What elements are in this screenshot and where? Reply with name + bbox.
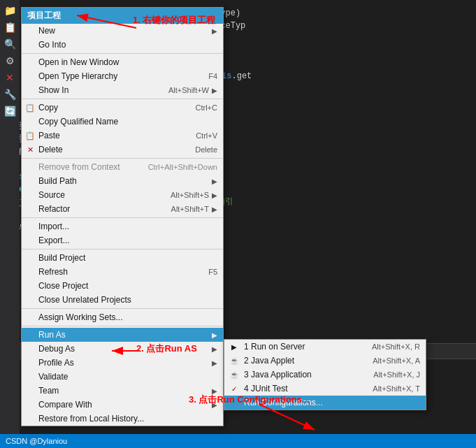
sidebar-icon-close[interactable]: ✕: [2, 70, 17, 85]
menu-item-assign-sets[interactable]: Assign Working Sets...: [22, 310, 223, 324]
submenu-arrow-icon: ▶: [212, 401, 217, 409]
menu-item-label: Go Into: [38, 40, 66, 50]
context-menu-header: 项目工程: [22, 8, 223, 24]
menu-item-profile-as[interactable]: Profile As ▶: [22, 356, 223, 370]
menu-item-refresh[interactable]: Refresh F5: [22, 265, 223, 279]
paste-icon: 📋: [24, 130, 36, 141]
submenu-arrow-icon: ▶: [212, 87, 217, 94]
menu-item-copy[interactable]: 📋 Copy Ctrl+C: [22, 101, 223, 115]
submenu-arrow-icon: ▶: [212, 205, 217, 213]
shortcut-label: Delete: [195, 145, 217, 154]
menu-item-label: Copy Qualified Name: [38, 117, 118, 127]
menu-separator: [22, 99, 223, 99]
menu-item-go-into[interactable]: Go Into: [22, 38, 223, 52]
menu-separator: [22, 53, 223, 54]
shortcut-label: Alt+Shift+T: [171, 205, 209, 213]
menu-item-label: Run As: [38, 330, 66, 340]
submenu-arrow-icon: ▶: [212, 27, 217, 35]
shortcut-label: Alt+Shift+X, J: [373, 370, 420, 379]
menu-item-label: Remove from Context: [38, 162, 120, 172]
shortcut-label: Alt+Shift+W: [168, 86, 209, 94]
menu-item-compare[interactable]: Compare With ▶: [22, 398, 223, 412]
menu-item-export[interactable]: Export...: [22, 233, 223, 247]
menu-item-label: Show In: [38, 85, 68, 95]
menu-item-validate[interactable]: Validate: [22, 370, 223, 384]
menu-item-close-unrelated[interactable]: Close Unrelated Projects: [22, 293, 223, 307]
shortcut-label: Alt+Shift+X, R: [372, 342, 420, 351]
menu-item-copy-qualified[interactable]: Copy Qualified Name: [22, 115, 223, 129]
submenu-item-label: Run Configurations...: [244, 398, 323, 407]
menu-item-label: Close Project: [38, 281, 88, 291]
shortcut-label: F5: [208, 268, 217, 276]
menu-item-label: Copy: [38, 103, 58, 113]
sidebar-icon-refresh[interactable]: 🔄: [2, 103, 17, 119]
menu-item-label: Refactor: [38, 204, 70, 214]
menu-item-open-type-hierarchy[interactable]: Open Type Hierarchy F4: [22, 69, 223, 83]
sidebar-icon-folder[interactable]: 📁: [2, 3, 17, 18]
menu-item-restore[interactable]: Restore from Local History...: [22, 412, 223, 426]
menu-item-label: Team: [38, 386, 59, 396]
shortcut-label: Alt+Shift+X, A: [373, 356, 420, 365]
menu-item-label: Compare With: [38, 400, 92, 410]
menu-item-label: Export...: [38, 236, 70, 245]
menu-item-delete[interactable]: ✕ Delete Delete: [22, 143, 223, 157]
menu-item-label: Source: [38, 190, 65, 200]
menu-item-refactor[interactable]: Refactor Alt+Shift+T ▶: [22, 202, 223, 216]
sidebar-icon-clipboard[interactable]: 📋: [2, 20, 17, 35]
menu-separator: [22, 158, 223, 159]
menu-item-label: Profile As: [38, 358, 74, 368]
menu-separator: [22, 217, 223, 218]
sidebar-icon-tool[interactable]: 🔧: [2, 87, 17, 102]
menu-item-remove-context[interactable]: Remove from Context Ctrl+Alt+Shift+Down: [22, 160, 223, 174]
menu-item-new[interactable]: New ▶: [22, 24, 223, 38]
menu-item-label: Build Project: [38, 253, 85, 263]
submenu-item-run-config[interactable]: Run Configurations...: [224, 396, 426, 410]
menu-item-label: Restore from Local History...: [38, 414, 144, 424]
menu-item-paste[interactable]: 📋 Paste Ctrl+V: [22, 129, 223, 143]
menu-item-build-project[interactable]: Build Project: [22, 251, 223, 265]
menu-item-label: Open Type Hierarchy: [38, 71, 117, 81]
menu-item-open-window[interactable]: Open in New Window: [22, 55, 223, 69]
menu-item-show-in[interactable]: Show In Alt+Shift+W ▶: [22, 83, 223, 97]
menu-item-label: Refresh: [38, 267, 68, 277]
menu-item-build-path[interactable]: Build Path ▶: [22, 174, 223, 188]
menu-item-source[interactable]: Source Alt+Shift+S ▶: [22, 188, 223, 202]
menu-item-label: Assign Working Sets...: [38, 312, 123, 322]
submenu-arrow-icon: ▶: [212, 192, 217, 199]
shortcut-label: Ctrl+V: [196, 131, 217, 140]
menu-item-team[interactable]: Team ▶: [22, 384, 223, 398]
status-bar: CSDN @Dylaniou: [0, 434, 476, 448]
submenu-item-run-server[interactable]: ▶ 1 Run on Server Alt+Shift+X, R: [224, 340, 426, 354]
copy-icon: 📋: [24, 102, 36, 113]
menu-item-label: Build Path: [38, 176, 77, 186]
submenu-arrow-icon: ▶: [212, 359, 217, 367]
java-applet-icon: ☕: [227, 355, 241, 366]
shortcut-label: Alt+Shift+X, T: [373, 384, 420, 393]
menu-item-label: Validate: [38, 372, 68, 382]
sidebar-icon-gear[interactable]: ⚙: [2, 53, 17, 68]
menu-item-label: Import...: [38, 222, 69, 231]
submenu-item-java-app[interactable]: ☕ 3 Java Application Alt+Shift+X, J: [224, 368, 426, 382]
junit-icon: ✓: [227, 383, 241, 394]
menu-separator: [22, 308, 223, 309]
menu-item-debug-as[interactable]: Debug As ▶: [22, 342, 223, 356]
run-server-icon: ▶: [227, 341, 241, 352]
menu-item-label: Close Unrelated Projects: [38, 295, 131, 305]
menu-separator: [22, 249, 223, 250]
shortcut-label: F4: [208, 72, 217, 80]
shortcut-label: Alt+Shift+S: [171, 191, 209, 199]
menu-item-label: Delete: [38, 145, 63, 154]
menu-item-import[interactable]: Import...: [22, 219, 223, 233]
menu-item-label: Debug As: [38, 344, 75, 354]
menu-item-close-project[interactable]: Close Project: [22, 279, 223, 293]
context-menu: 项目工程 New ▶ Go Into Open in New Window Op…: [21, 7, 224, 426]
status-text: CSDN @Dylaniou: [6, 437, 67, 445]
submenu-item-label: 2 Java Applet: [244, 356, 294, 366]
submenu-item-java-applet[interactable]: ☕ 2 Java Applet Alt+Shift+X, A: [224, 354, 426, 368]
submenu-arrow-icon: ▶: [212, 345, 217, 353]
sidebar-icon-search[interactable]: 🔍: [2, 36, 17, 52]
submenu-arrow-icon: ▶: [212, 178, 217, 185]
submenu-item-junit[interactable]: ✓ 4 JUnit Test Alt+Shift+X, T: [224, 382, 426, 396]
menu-item-run-as[interactable]: Run As ▶: [22, 328, 223, 342]
menu-separator: [22, 326, 223, 326]
